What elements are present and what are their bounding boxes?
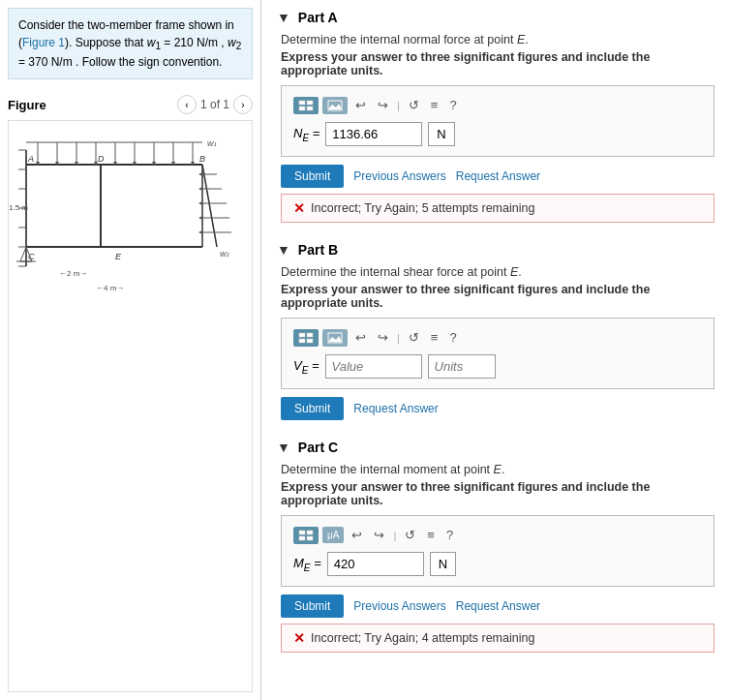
part-c-sep: | — [393, 530, 396, 541]
part-a-undo-btn[interactable]: ↩ — [351, 96, 370, 114]
part-a-redo-btn[interactable]: ↪ — [374, 96, 392, 114]
part-b-section: ▼ Part B Determine the internal shear fo… — [277, 242, 715, 420]
part-c-value-input[interactable] — [327, 552, 424, 576]
svg-text:w₂: w₂ — [220, 249, 230, 259]
part-a-submit-btn[interactable]: Submit — [281, 165, 344, 188]
part-b-instruction1: Determine the internal shear force at po… — [281, 265, 715, 279]
svg-text:D: D — [98, 154, 105, 164]
svg-text:E: E — [115, 252, 122, 261]
part-a-toolbar: ↩ ↪ | ↺ ≡ ? — [293, 96, 702, 114]
part-c-toolbar: μA ↩ ↪ | ↺ ≡ ? — [293, 526, 702, 544]
part-b-collapse[interactable]: ▼ — [277, 242, 290, 258]
part-b-unit-input[interactable] — [428, 354, 496, 379]
part-c-section: ▼ Part C Determine the internal moment a… — [277, 440, 715, 653]
part-b-toolbar: ↩ ↪ | ↺ ≡ ? — [293, 328, 702, 347]
part-b-title: Part B — [298, 242, 338, 258]
figure-next-btn[interactable]: › — [233, 95, 253, 114]
part-b-refresh-btn[interactable]: ↺ — [405, 328, 423, 347]
part-c-ua-btn[interactable]: μA — [322, 527, 344, 543]
part-a-image-btn[interactable] — [322, 97, 348, 114]
part-a-section: ▼ Part A Determine the internal normal f… — [277, 10, 715, 223]
part-c-btn-row: Submit Previous Answers Request Answer — [281, 594, 715, 618]
svg-rect-55 — [307, 101, 313, 105]
figure-svg: w₁ w₂ A B D C E — [9, 121, 241, 295]
figure-prev-btn[interactable]: ‹ — [177, 95, 197, 114]
part-b-image-btn[interactable] — [322, 329, 348, 347]
svg-rect-62 — [299, 339, 305, 343]
part-c-title: Part C — [298, 440, 338, 455]
part-c-feedback: ✕ Incorrect; Try Again; 4 attempts remai… — [281, 624, 715, 653]
svg-rect-57 — [307, 107, 313, 110]
part-c-input-row: ME = N — [293, 552, 702, 576]
part-c-collapse[interactable]: ▼ — [277, 440, 290, 455]
part-a-btn-row: Submit Previous Answers Request Answer — [281, 165, 715, 188]
part-b-input-row: VE = — [293, 354, 702, 379]
part-a-grid-btn[interactable] — [293, 97, 319, 114]
part-c-refresh-btn[interactable]: ↺ — [401, 526, 419, 544]
part-a-sep: | — [397, 100, 400, 111]
part-b-help-btn[interactable]: ? — [445, 328, 460, 347]
right-panel: ▼ Part A Determine the internal normal f… — [261, 0, 730, 700]
svg-marker-65 — [328, 336, 342, 342]
part-c-request-answer-btn[interactable]: Request Answer — [456, 599, 540, 613]
part-c-instruction1: Determine the internal moment at point E… — [281, 463, 715, 476]
part-c-formula-btn[interactable]: ≡ — [423, 526, 439, 544]
svg-marker-36 — [198, 187, 202, 191]
part-c-undo-btn[interactable]: ↩ — [348, 526, 366, 544]
part-a-prev-answers-btn[interactable]: Previous Answers — [353, 169, 445, 183]
part-c-redo-btn[interactable]: ↪ — [370, 526, 388, 544]
svg-marker-42 — [198, 230, 202, 234]
svg-rect-67 — [307, 531, 313, 534]
svg-rect-54 — [299, 101, 305, 105]
part-c-grid-btn[interactable] — [293, 527, 319, 544]
part-a-value-input[interactable] — [325, 122, 422, 146]
part-c-var-label: ME = — [293, 556, 321, 573]
figure-link[interactable]: Figure 1 — [22, 36, 65, 49]
part-b-grid-btn[interactable] — [293, 329, 319, 347]
part-a-title: Part A — [298, 10, 338, 25]
part-c-answer-box: μA ↩ ↪ | ↺ ≡ ? ME = N — [281, 515, 715, 587]
svg-rect-66 — [299, 531, 305, 534]
part-a-feedback: ✕ Incorrect; Try Again; 5 attempts remai… — [281, 194, 715, 223]
part-c-submit-btn[interactable]: Submit — [281, 594, 344, 618]
part-c-feedback-text: Incorrect; Try Again; 4 attempts remaini… — [311, 631, 534, 645]
part-b-answer-box: ↩ ↪ | ↺ ≡ ? VE = — [281, 318, 715, 389]
part-a-instruction2: Express your answer to three significant… — [281, 50, 715, 77]
part-a-instruction1: Determine the internal normal force at p… — [281, 33, 715, 46]
svg-text:1.5 m: 1.5 m — [9, 203, 28, 212]
part-a-unit-label: N — [428, 122, 454, 146]
svg-rect-68 — [299, 536, 305, 540]
part-b-submit-btn[interactable]: Submit — [281, 397, 344, 420]
part-a-formula-btn[interactable]: ≡ — [427, 96, 442, 114]
part-b-value-input[interactable] — [325, 354, 422, 379]
part-c-unit-label: N — [430, 552, 456, 576]
part-a-request-answer-btn[interactable]: Request Answer — [456, 169, 540, 183]
part-c-x-icon: ✕ — [293, 630, 305, 646]
figure-page: 1 of 1 — [200, 98, 229, 111]
part-a-feedback-text: Incorrect; Try Again; 5 attempts remaini… — [311, 201, 534, 215]
svg-rect-63 — [307, 339, 313, 343]
svg-text:←4 m→: ←4 m→ — [96, 284, 124, 292]
svg-rect-56 — [299, 107, 305, 110]
figure-canvas: w₁ w₂ A B D C E — [8, 120, 253, 692]
figure-title: Figure — [8, 98, 46, 112]
part-c-help-btn[interactable]: ? — [442, 526, 457, 544]
part-c-prev-answers-btn[interactable]: Previous Answers — [353, 599, 445, 613]
part-c-instruction2: Express your answer to three significant… — [281, 480, 715, 507]
part-a-collapse[interactable]: ▼ — [277, 10, 290, 25]
part-a-help-btn[interactable]: ? — [445, 96, 460, 114]
figure-nav: ‹ 1 of 1 › — [177, 95, 253, 114]
part-a-var-label: NE = — [293, 126, 319, 143]
part-a-refresh-btn[interactable]: ↺ — [405, 96, 423, 114]
part-b-btn-row: Submit Request Answer — [281, 397, 715, 420]
part-b-var-label: VE = — [293, 358, 319, 376]
svg-line-12 — [202, 165, 217, 247]
part-b-undo-btn[interactable]: ↩ — [351, 328, 370, 347]
svg-marker-34 — [198, 172, 202, 176]
svg-rect-60 — [299, 333, 305, 337]
part-b-formula-btn[interactable]: ≡ — [427, 328, 442, 347]
part-a-x-icon: ✕ — [293, 200, 305, 216]
svg-marker-40 — [198, 216, 202, 220]
part-b-request-answer-btn[interactable]: Request Answer — [353, 402, 438, 415]
part-b-redo-btn[interactable]: ↪ — [374, 328, 392, 347]
